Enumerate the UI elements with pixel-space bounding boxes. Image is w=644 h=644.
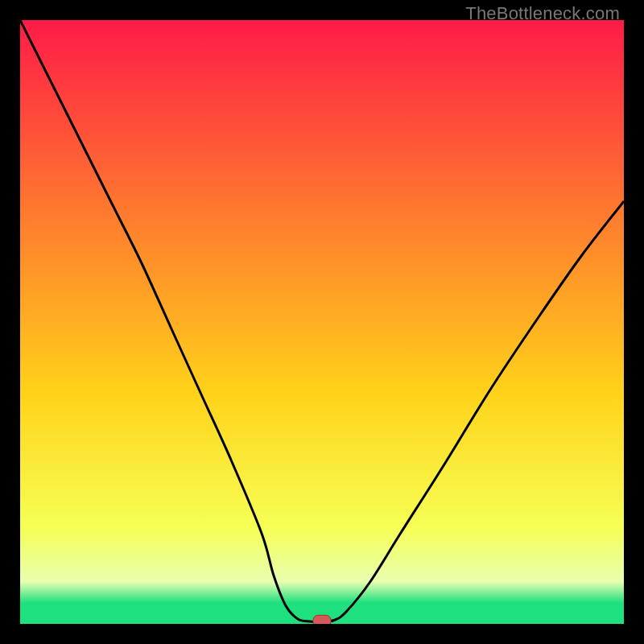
plot-area — [20, 20, 624, 624]
chart-frame: TheBottleneck.com — [0, 0, 644, 644]
gradient-background — [20, 20, 624, 624]
optimum-marker — [313, 615, 331, 624]
bottleneck-chart — [20, 20, 624, 624]
